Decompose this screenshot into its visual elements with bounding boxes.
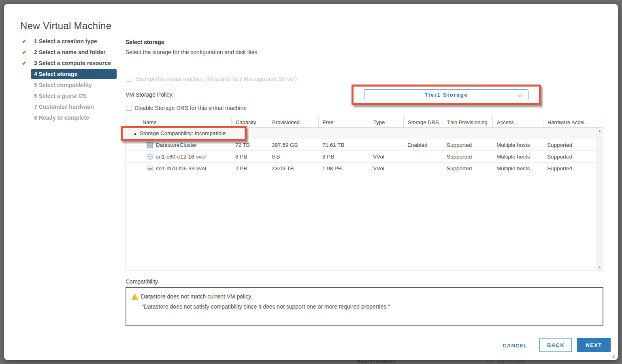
cell-capacity: 8 PB — [231, 151, 268, 162]
wizard-step-4[interactable]: 4 Select storage — [22, 68, 117, 79]
compatibility-label: Compatibility — [126, 278, 158, 285]
scroll-down-icon[interactable]: ▼ — [598, 266, 601, 269]
cell-free: 8 PB — [318, 151, 369, 162]
cell-storage_drs — [403, 151, 443, 162]
encrypt-vm-checkbox[interactable] — [126, 76, 132, 82]
cell-free: 1.98 PB — [318, 163, 369, 174]
warning-detail: "Datastore does not satisfy compatibilit… — [142, 303, 390, 310]
cell-capacity: 2 PB — [231, 163, 268, 174]
storage-compatibility-group-label: Storage Compatibility: Incompatible — [140, 130, 226, 136]
wizard-step-8[interactable]: 8 Ready to complete — [22, 112, 117, 123]
datastore-table: NameCapacityProvisionedFreeTypeStorage D… — [126, 117, 603, 271]
cell-free: 71.61 TB — [318, 139, 369, 150]
datastore-icon — [147, 165, 153, 171]
storage-compatibility-group-row[interactable]: ◢ Storage Compatibility: Incompatible — [126, 128, 597, 139]
row-selector-cell — [126, 163, 135, 174]
wizard-step-label: 6 Select a guest OS — [31, 91, 117, 101]
cell-type: VVol — [369, 163, 403, 174]
column-header-access[interactable]: Access — [492, 117, 543, 127]
content-divider — [126, 58, 603, 58]
cell-access: Multiple hosts — [492, 139, 543, 150]
wizard-step-1[interactable]: ✔1 Select a creation type — [22, 36, 117, 47]
column-header-provisioned[interactable]: Provisioned — [268, 117, 318, 127]
cell-provisioned: 23.09 TB — [268, 163, 318, 174]
screen: Host Firmware Up to date New Virtual Mac… — [0, 0, 622, 364]
cell-capacity: 72 TB — [231, 139, 268, 150]
wizard-step-label: 5 Select compatibility — [31, 80, 117, 90]
row-selector-cell — [126, 139, 135, 150]
disable-storage-drs-checkbox[interactable] — [126, 105, 132, 111]
wizard-step-5[interactable]: 5 Select compatibility — [22, 79, 117, 90]
cell-thin: Supported — [443, 151, 492, 162]
cell-hw: Supported — [543, 139, 597, 150]
datastore-cluster-icon — [147, 142, 153, 148]
compatibility-panel: Datastore does not match current VM poli… — [126, 287, 603, 326]
cell-storage_drs — [403, 163, 443, 174]
datastore-icon — [147, 154, 153, 160]
scroll-up-icon[interactable]: ▲ — [598, 129, 601, 133]
table-row-sn1-c60-e12-16-vvol[interactable]: sn1-c60-e12-16-vvol8 PB0 B8 PBVVolSuppor… — [126, 151, 597, 163]
wizard-step-label: 7 Customize hardware — [31, 102, 117, 112]
encrypt-vm-label: Encrypt this virtual machine (Requires K… — [135, 76, 297, 82]
cell-hw: Supported — [543, 151, 597, 162]
column-header-name[interactable]: Name — [135, 117, 231, 127]
column-header-thin-provisioning[interactable]: Thin Provisioning — [443, 117, 492, 127]
datastore-table-header: NameCapacityProvisionedFreeTypeStorage D… — [126, 117, 603, 128]
cell-hw: Supported — [543, 163, 597, 174]
table-row-DatastoreCluster[interactable]: DatastoreCluster72 TB397.59 GB71.61 TBEn… — [126, 139, 597, 151]
vm-storage-policy-value: Tier1 Storage — [425, 92, 468, 98]
column-header-free[interactable]: Free — [318, 117, 369, 127]
annotation-box-policy: Tier1 Storage — [351, 85, 541, 105]
page-subheading: Select the storage for the configuration… — [126, 49, 257, 55]
check-icon: ✔ — [22, 49, 31, 55]
cell-name: sn1-m70-f06-33-vvol — [135, 163, 231, 174]
cell-access: Multiple hosts — [492, 151, 543, 162]
wizard-step-label: 4 Select storage — [31, 69, 117, 79]
chevron-down-icon — [518, 92, 522, 97]
vm-storage-policy-dropdown[interactable]: Tier1 Storage — [364, 89, 528, 100]
header-selector-cell — [126, 117, 135, 127]
back-button[interactable]: BACK — [539, 338, 572, 352]
table-scrollbar[interactable]: ▲ ▼ — [596, 128, 603, 271]
wizard-step-2[interactable]: ✔2 Select a name and folder — [22, 47, 117, 57]
check-icon: ✔ — [22, 38, 31, 44]
title-divider — [15, 31, 607, 31]
wizard-steps: ✔1 Select a creation type✔2 Select a nam… — [22, 36, 117, 123]
cell-name: DatastoreCluster — [135, 139, 231, 150]
column-header-hardware-accel[interactable]: Hardware Accel... — [543, 117, 603, 127]
cell-access: Multiple hosts — [492, 163, 543, 174]
column-header-capacity[interactable]: Capacity — [231, 117, 268, 127]
check-icon: ✔ — [22, 60, 31, 66]
datastore-name: sn1-m70-f06-33-vvol — [156, 165, 206, 171]
cell-type: VVol — [369, 151, 403, 162]
wizard-step-3[interactable]: ✔3 Select a compute resource — [22, 57, 117, 68]
resize-handle[interactable] — [610, 353, 616, 358]
column-header-type[interactable]: Type — [369, 117, 403, 127]
wizard-step-label: 1 Select a creation type — [31, 36, 117, 46]
cell-thin: Supported — [443, 139, 492, 150]
wizard-step-6[interactable]: 6 Select a guest OS — [22, 90, 117, 101]
datastore-name: sn1-c60-e12-16-vvol — [156, 154, 206, 160]
cell-storage_drs: Enabled — [403, 139, 443, 150]
vm-storage-policy-label: VM Storage Policy: — [126, 91, 174, 98]
column-header-storage-drs[interactable]: Storage DRS — [403, 117, 443, 127]
cell-provisioned: 0 B — [268, 151, 318, 162]
datastore-name: DatastoreCluster — [156, 142, 197, 148]
wizard-step-label: 2 Select a name and folder — [31, 47, 117, 57]
table-row-sn1-m70-f06-33-vvol[interactable]: sn1-m70-f06-33-vvol2 PB23.09 TB1.98 PBVV… — [126, 163, 597, 174]
wizard-step-7[interactable]: 7 Customize hardware — [22, 101, 117, 112]
wizard-step-label: 8 Ready to complete — [31, 113, 117, 123]
cell-type — [369, 139, 403, 150]
warning-title: Datastore does not match current VM poli… — [141, 293, 252, 300]
row-selector-cell — [126, 151, 135, 162]
cancel-button[interactable]: CANCEL — [499, 338, 531, 353]
page-heading: Select storage — [126, 39, 164, 45]
expand-caret-icon[interactable]: ◢ — [133, 131, 136, 135]
cell-provisioned: 397.59 GB — [268, 139, 318, 150]
next-button[interactable]: NEXT — [577, 338, 611, 352]
warning-icon — [131, 293, 138, 302]
disable-storage-drs-label: Disable Storage DRS for this virtual mac… — [134, 105, 247, 111]
wizard-step-label: 3 Select a compute resource — [31, 58, 117, 68]
datastore-rows: DatastoreCluster72 TB397.59 GB71.61 TBEn… — [126, 139, 603, 174]
cell-name: sn1-c60-e12-16-vvol — [135, 151, 231, 162]
